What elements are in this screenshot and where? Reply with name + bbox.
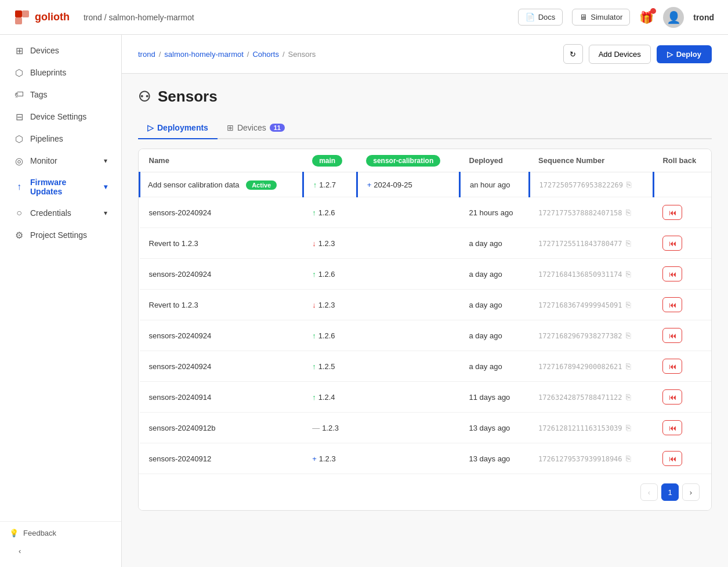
copy-icon[interactable]: ⎘ xyxy=(626,423,631,432)
rollback-button[interactable]: ⏮ xyxy=(662,451,682,466)
row-rollback-cell: ⏮ xyxy=(653,290,711,320)
sidebar-item-label: Credentials xyxy=(30,208,71,218)
deployed-time: a day ago xyxy=(469,301,502,309)
deployed-time: an hour ago xyxy=(470,180,510,189)
avatar-placeholder: 👤 xyxy=(667,10,681,24)
row-version2-cell xyxy=(357,259,459,290)
deployed-time: 11 days ago xyxy=(469,393,510,402)
breadcrumb-trond[interactable]: trond xyxy=(138,50,155,59)
credentials-chevron-icon: ▾ xyxy=(104,209,107,217)
table-row: sensors-20240912+1.2.313 days ago1726127… xyxy=(140,443,712,474)
sidebar-item-pipelines[interactable]: ⬡ Pipelines xyxy=(5,128,117,149)
copy-icon[interactable]: ⎘ xyxy=(626,239,631,248)
logo[interactable]: golioth xyxy=(14,9,70,26)
rollback-button[interactable]: ⏮ xyxy=(662,420,682,435)
content-inner: trond / salmon-homely-marmot / Cohorts /… xyxy=(122,35,728,525)
table-row: sensors-20240924↑1.2.5a day ago172716789… xyxy=(140,351,712,382)
sequence-number: 17271684136850931174 xyxy=(538,270,622,279)
row-version1-cell: ↑1.2.6 xyxy=(303,320,357,351)
row-name-cell: sensors-20240914 xyxy=(140,382,303,413)
sidebar-item-device-settings[interactable]: ⊟ Device Settings xyxy=(5,106,117,127)
row-name-cell: sensors-20240912b xyxy=(140,413,303,443)
table-row: sensors-20240914↑1.2.411 days ago1726324… xyxy=(140,382,712,413)
add-devices-button[interactable]: Add Devices xyxy=(589,45,651,64)
sidebar-item-devices[interactable]: ⊞ Devices xyxy=(5,40,117,61)
page-1-button[interactable]: 1 xyxy=(661,483,679,501)
row-seq-cell: 17271684136850931174⎘ xyxy=(529,259,653,290)
tab-deployments[interactable]: ▷ Deployments xyxy=(138,117,218,139)
row-version2-cell xyxy=(357,228,459,259)
rollback-button[interactable]: ⏮ xyxy=(662,266,682,281)
deploy-icon: ▷ xyxy=(667,50,673,59)
copy-icon[interactable]: ⎘ xyxy=(626,362,631,371)
row-deployed-cell: a day ago xyxy=(460,351,530,382)
sidebar-item-credentials[interactable]: ○ Credentials ▾ xyxy=(5,203,117,223)
copy-icon[interactable]: ⎘ xyxy=(626,269,631,279)
gift-button[interactable]: 🎁 xyxy=(639,10,654,24)
col-sequence-number: Sequence Number xyxy=(529,149,653,172)
row-name-cell: sensors-20240924 xyxy=(140,197,303,228)
row-name: Revert to 1.2.3 xyxy=(149,301,198,309)
svg-rect-1 xyxy=(22,10,29,17)
docs-button[interactable]: 📄 Docs xyxy=(518,9,563,26)
row-version2-cell xyxy=(357,320,459,351)
sidebar-item-blueprints[interactable]: ⬡ Blueprints xyxy=(5,62,117,83)
feedback-label: Feedback xyxy=(23,529,56,537)
row-rollback-cell: ⏮ xyxy=(653,351,711,382)
row-version1-cell: ↑1.2.7 xyxy=(303,172,357,197)
rollback-button[interactable]: ⏮ xyxy=(662,205,682,220)
row-rollback-cell: ⏮ xyxy=(653,382,711,413)
copy-icon[interactable]: ⎘ xyxy=(626,208,631,217)
sequence-number: 17271725511843780477 xyxy=(538,240,622,248)
up-arrow-icon: ↑ xyxy=(312,270,316,279)
collapse-sidebar-button[interactable]: ‹ xyxy=(9,542,112,560)
row-version1-cell: ↑1.2.6 xyxy=(303,259,357,290)
refresh-button[interactable]: ↻ xyxy=(563,44,583,64)
down-arrow-icon: ↓ xyxy=(312,239,316,248)
breadcrumb-cohorts[interactable]: Cohorts xyxy=(252,50,279,59)
tabs-container: ▷ Deployments ⊞ Devices 11 xyxy=(138,117,712,139)
sidebar: ⊞ Devices ⬡ Blueprints 🏷 Tags ⊟ Device S… xyxy=(0,35,122,567)
breadcrumb-project[interactable]: salmon-homely-marmot xyxy=(164,50,244,59)
deploy-button[interactable]: ▷ Deploy xyxy=(657,45,712,63)
sidebar-item-firmware-updates[interactable]: ↑ Firmware Updates ▾ xyxy=(5,172,117,201)
deployed-time: 13 days ago xyxy=(469,454,510,463)
sidebar-item-monitor[interactable]: ◎ Monitor ▾ xyxy=(5,150,117,171)
device-settings-icon: ⊟ xyxy=(14,111,24,122)
prev-page-button[interactable]: ‹ xyxy=(640,483,658,501)
breadcrumb-sep3: / xyxy=(282,50,285,59)
rollback-button[interactable]: ⏮ xyxy=(662,359,682,374)
copy-icon[interactable]: ⎘ xyxy=(626,454,631,463)
next-page-button[interactable]: › xyxy=(682,483,700,501)
table-header: Name main sensor-calibration Deployed Se… xyxy=(140,149,712,172)
rollback-button[interactable]: ⏮ xyxy=(662,236,682,251)
copy-icon[interactable]: ⎘ xyxy=(626,300,631,309)
deployed-time: a day ago xyxy=(469,270,502,279)
version-number: 1.2.6 xyxy=(318,208,335,217)
feedback-button[interactable]: 💡 Feedback xyxy=(9,529,112,537)
sidebar-item-label: Tags xyxy=(30,90,48,99)
copy-icon[interactable]: ⎘ xyxy=(626,392,631,402)
rollback-button[interactable]: ⏮ xyxy=(662,297,682,312)
rollback-button[interactable]: ⏮ xyxy=(662,389,682,405)
copy-icon[interactable]: ⎘ xyxy=(626,331,631,340)
table-body: Add sensor calibration data Active↑1.2.7… xyxy=(140,172,712,474)
row-version1-cell: ↑1.2.4 xyxy=(303,382,357,413)
row-seq-cell: 17271725511843780477⎘ xyxy=(529,228,653,259)
avatar[interactable]: 👤 xyxy=(663,7,684,28)
simulator-button[interactable]: 🖥 Simulator xyxy=(572,9,630,26)
copy-icon[interactable]: ⎘ xyxy=(626,180,631,189)
rollback-button[interactable]: ⏮ xyxy=(662,328,682,343)
row-name: sensors-20240912 xyxy=(149,454,212,463)
row-seq-cell: 17263242875788471122⎘ xyxy=(529,382,653,413)
sequence-number: 17271775378882407158 xyxy=(538,209,622,217)
devices-icon: ⊞ xyxy=(14,45,24,56)
col-sensor-calibration: sensor-calibration xyxy=(357,149,459,172)
version-number: 1.2.4 xyxy=(318,393,335,402)
devices-tab-icon: ⊞ xyxy=(227,123,234,132)
sidebar-item-tags[interactable]: 🏷 Tags xyxy=(5,84,117,105)
sidebar-item-project-settings[interactable]: ⚙ Project Settings xyxy=(5,225,117,245)
monitor-icon: ◎ xyxy=(14,156,24,166)
tab-devices[interactable]: ⊞ Devices 11 xyxy=(218,117,294,139)
sidebar-item-label: Devices xyxy=(30,46,59,55)
